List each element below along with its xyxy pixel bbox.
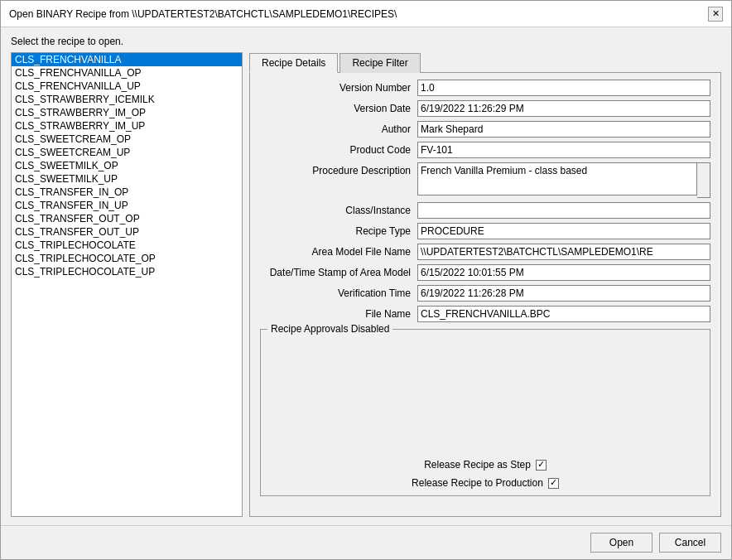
release-step-row: Release Recipe as Step (269, 459, 701, 471)
list-item[interactable]: CLS_STRAWBERRY_ICEMILK (12, 93, 242, 106)
version-date-label: Version Date (260, 100, 417, 117)
recipe-list-panel[interactable]: CLS_FRENCHVANILLACLS_FRENCHVANILLA_OPCLS… (11, 52, 243, 517)
list-item[interactable]: CLS_STRAWBERRY_IM_OP (12, 106, 242, 119)
version-number-label: Version Number (260, 80, 417, 96)
product-code-row: Product Code (260, 142, 710, 158)
recipe-type-input[interactable] (417, 223, 710, 239)
list-item[interactable]: CLS_STRAWBERRY_IM_UP (12, 119, 242, 133)
verification-time-row: Verification Time (260, 285, 710, 302)
procedure-description-label: Procedure Description (260, 162, 417, 179)
list-item[interactable]: CLS_SWEETMILK_OP (12, 159, 242, 172)
product-code-label: Product Code (260, 142, 417, 158)
title-bar-text: Open BINARY Recipe from \\UPDATERTEST2\B… (9, 8, 397, 20)
area-model-label: Area Model File Name (260, 244, 417, 260)
list-item[interactable]: CLS_TRANSFER_IN_UP (12, 199, 242, 212)
area-model-row: Area Model File Name (260, 244, 710, 260)
procedure-description-textarea[interactable] (417, 162, 697, 196)
class-instance-input[interactable] (417, 202, 710, 219)
list-item[interactable]: CLS_SWEETCREAM_UP (12, 146, 242, 159)
approvals-legend: Recipe Approvals Disabled (267, 323, 392, 335)
file-name-row: File Name (260, 306, 710, 322)
textarea-scrollbar (697, 162, 710, 198)
list-item[interactable]: CLS_TRANSFER_IN_OP (12, 186, 242, 199)
tab-recipe-details[interactable]: Recipe Details (249, 53, 338, 73)
dialog: Open BINARY Recipe from \\UPDATERTEST2\B… (0, 0, 732, 560)
list-item[interactable]: CLS_FRENCHVANILLA_OP (12, 66, 242, 80)
version-number-row: Version Number (260, 80, 710, 96)
tab-content: Version Number Version Date (249, 73, 721, 517)
author-input[interactable] (417, 121, 710, 138)
datetime-stamp-input[interactable] (417, 264, 710, 281)
list-item[interactable]: CLS_FRENCHVANILLA_UP (12, 80, 242, 93)
file-name-label: File Name (260, 306, 417, 322)
version-number-input[interactable] (417, 80, 710, 96)
list-item[interactable]: CLS_TRIPLECHOCOLATE_UP (12, 265, 242, 278)
list-item[interactable]: CLS_TRIPLECHOCOLATE_OP (12, 252, 242, 265)
verification-time-label: Verification Time (260, 285, 417, 302)
datetime-stamp-row: Date/Time Stamp of Area Model (260, 264, 710, 281)
cancel-button[interactable]: Cancel (659, 533, 721, 553)
open-button[interactable]: Open (590, 533, 653, 553)
approvals-content (269, 336, 701, 452)
datetime-stamp-label: Date/Time Stamp of Area Model (260, 264, 417, 281)
release-step-checkbox[interactable] (536, 460, 547, 471)
product-code-input[interactable] (417, 142, 710, 158)
approvals-group: Recipe Approvals Disabled Release Recipe… (260, 329, 710, 496)
list-item[interactable]: CLS_SWEETMILK_UP (12, 172, 242, 186)
main-area: CLS_FRENCHVANILLACLS_FRENCHVANILLA_OPCLS… (11, 52, 721, 517)
release-production-row: Release Recipe to Production (269, 477, 701, 489)
dialog-footer: Open Cancel (1, 525, 731, 559)
recipe-type-row: Recipe Type (260, 223, 710, 239)
close-icon[interactable]: ✕ (708, 7, 723, 22)
list-item[interactable]: CLS_TRANSFER_OUT_OP (12, 212, 242, 225)
author-label: Author (260, 121, 417, 138)
file-name-input[interactable] (417, 306, 710, 322)
procedure-description-row: Procedure Description (260, 162, 710, 198)
dialog-content: Select the recipe to open. CLS_FRENCHVAN… (1, 27, 731, 525)
verification-time-input[interactable] (417, 285, 710, 302)
release-production-checkbox[interactable] (548, 478, 559, 489)
list-item[interactable]: CLS_SWEETCREAM_OP (12, 133, 242, 146)
list-item[interactable]: CLS_TRANSFER_OUT_UP (12, 225, 242, 239)
tab-recipe-filter[interactable]: Recipe Filter (340, 53, 420, 73)
release-step-label: Release Recipe as Step (424, 459, 531, 471)
version-date-row: Version Date (260, 100, 710, 117)
recipe-type-label: Recipe Type (260, 223, 417, 239)
list-item[interactable]: CLS_FRENCHVANILLA (12, 53, 242, 66)
area-model-input[interactable] (417, 244, 710, 260)
tabs: Recipe Details Recipe Filter (249, 52, 721, 73)
list-item[interactable]: CLS_TRIPLECHOCOLATE (12, 239, 242, 252)
release-production-label: Release Recipe to Production (412, 477, 543, 489)
right-panel: Recipe Details Recipe Filter Version Num… (249, 52, 721, 517)
version-date-input[interactable] (417, 100, 710, 117)
select-label: Select the recipe to open. (11, 36, 721, 47)
class-instance-row: Class/Instance (260, 202, 710, 219)
author-row: Author (260, 121, 710, 138)
title-bar: Open BINARY Recipe from \\UPDATERTEST2\B… (1, 1, 731, 27)
class-instance-label: Class/Instance (260, 202, 417, 219)
